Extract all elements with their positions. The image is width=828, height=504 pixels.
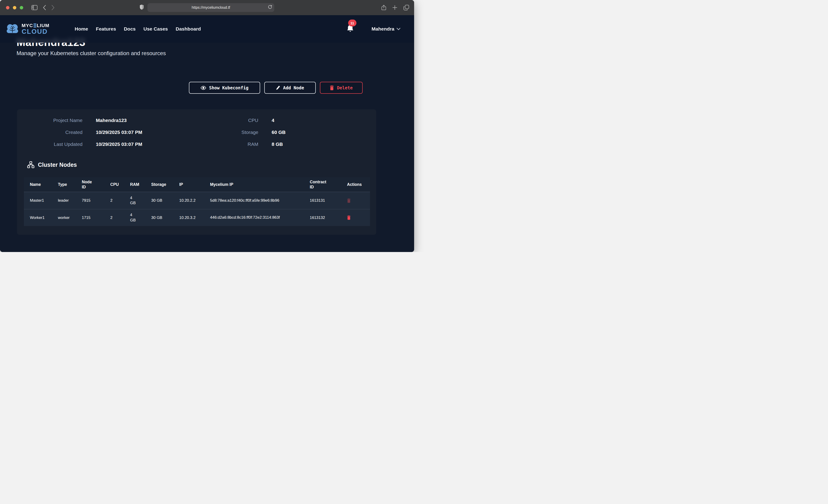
storage-label: Storage [192, 130, 258, 135]
cloud-logo-icon [6, 24, 18, 35]
created-label: Created [17, 130, 83, 135]
cluster-nodes-title: Cluster Nodes [38, 162, 77, 168]
user-name: Mahendra [372, 26, 395, 32]
privacy-shield-icon[interactable] [140, 5, 144, 10]
sidebar-toggle-icon[interactable] [32, 5, 37, 10]
cell-cpu: 2 [110, 215, 130, 220]
trash-icon [330, 85, 334, 90]
cluster-nodes-heading: Cluster Nodes [27, 161, 77, 168]
col-ram: RAM [130, 182, 151, 187]
show-kubeconfig-label: Show Kubeconfig [209, 85, 249, 90]
col-contract-id: Contract ID [310, 180, 328, 190]
storage-row: Storage 60 GB [192, 130, 357, 138]
new-tab-icon[interactable] [392, 5, 397, 10]
nav-item-use-cases[interactable]: Use Cases [143, 26, 168, 32]
project-name-label: Project Name [17, 118, 83, 123]
tab-overview-icon[interactable] [404, 5, 409, 10]
share-icon[interactable] [381, 5, 386, 10]
cell-type: worker [58, 215, 82, 220]
nav-item-home[interactable]: Home [75, 26, 88, 32]
table-row-master1: Master1 leader 7915 2 4 GB 30 GB 10.20.2… [24, 192, 370, 209]
brand-wordmark: MYC LIUM CLOUD [22, 23, 49, 35]
cell-storage: 30 GB [151, 215, 179, 220]
cell-ip: 10.20.3.2 [179, 215, 210, 220]
cell-mycelium-ip: 446:d2a6:8bcd:8c16:ff0f:72e2:3114:863f [210, 215, 306, 220]
add-node-button[interactable]: Add Node [264, 82, 316, 94]
col-node-id: Node ID [82, 180, 96, 190]
traffic-lights [6, 6, 23, 9]
address-bar[interactable]: https://myceliumcloud.tf [148, 3, 275, 12]
reload-icon[interactable] [268, 5, 272, 10]
brand-myc: MYC [22, 23, 33, 28]
storage-value: 60 GB [272, 130, 286, 135]
forward-button [51, 5, 54, 10]
screenshot-root: https://myceliumcloud.tf [0, 0, 414, 252]
trash-icon [347, 215, 351, 220]
cell-cpu: 2 [110, 198, 130, 203]
brand-lium: LIUM [37, 23, 49, 28]
site-header: MYC LIUM CLOUD Home Features Docs Use Ca… [0, 15, 414, 43]
last-updated-label: Last Updated [17, 141, 83, 147]
delete-cluster-button[interactable]: Delete [320, 82, 363, 94]
created-value: 10/29/2025 03:07 PM [96, 130, 142, 135]
main-nav: Home Features Docs Use Cases Dashboard [75, 26, 201, 32]
close-window-button[interactable] [6, 6, 9, 9]
cpu-row: CPU 4 [192, 118, 357, 126]
last-updated-row: Last Updated 10/29/2025 03:07 PM [17, 141, 192, 150]
col-mycelium-ip: Mycelium IP [210, 182, 310, 187]
project-info-grid: Project Name Mahendra123 Created 10/29/2… [17, 109, 376, 150]
cell-contract-id: 1613132 [310, 215, 347, 220]
back-button[interactable] [43, 5, 46, 10]
cell-node-id: 1715 [82, 215, 110, 220]
col-cpu: CPU [110, 182, 130, 187]
col-name: Name [30, 182, 58, 187]
col-actions: Actions [347, 182, 370, 187]
project-name-row: Project Name Mahendra123 [17, 118, 192, 126]
project-info-card: Project Name Mahendra123 Created 10/29/2… [17, 109, 376, 235]
cell-ram: 4 GB [130, 212, 135, 222]
brand-logo[interactable]: MYC LIUM CLOUD [6, 23, 49, 35]
nav-item-dashboard[interactable]: Dashboard [176, 26, 201, 32]
delete-node-button[interactable] [347, 199, 351, 203]
user-menu[interactable]: Mahendra [372, 26, 400, 32]
ram-row: RAM 8 GB [192, 141, 357, 150]
ram-value: 8 GB [272, 141, 283, 147]
cell-name: Master1 [30, 198, 58, 203]
network-nodes-icon [27, 161, 35, 168]
notifications-button[interactable]: 11 [347, 25, 354, 33]
cell-ip: 10.20.2.2 [179, 198, 210, 203]
cell-node-id: 7915 [82, 198, 110, 203]
delete-label: Delete [337, 85, 353, 90]
table-row-worker1: Worker1 worker 1715 2 4 GB 30 GB 10.20.3… [24, 209, 370, 226]
cell-contract-id: 1613131 [310, 198, 347, 203]
url-text: https://myceliumcloud.tf [192, 5, 230, 10]
trash-icon [347, 199, 351, 203]
cell-mycelium-ip: 5d8:78ea:a120:f40c:ff0f:a5fe:99e6:8b96 [210, 198, 306, 203]
pencil-icon [276, 85, 280, 90]
col-ip: IP [179, 182, 210, 187]
col-storage: Storage [151, 182, 179, 187]
ram-label: RAM [192, 141, 258, 147]
cell-name: Worker1 [30, 215, 58, 220]
zoom-window-button[interactable] [20, 6, 23, 9]
add-node-label: Add Node [283, 85, 304, 90]
eye-icon [201, 86, 206, 90]
delete-node-button[interactable] [347, 215, 351, 220]
minimize-window-button[interactable] [13, 6, 16, 9]
chevron-down-icon [397, 28, 400, 30]
page-content: Mahendra123 Manage your Kubernetes clust… [0, 15, 414, 252]
col-type: Type [58, 182, 82, 187]
brand-e-glyph [34, 24, 36, 28]
show-kubeconfig-button[interactable]: Show Kubeconfig [189, 82, 260, 94]
browser-chrome: https://myceliumcloud.tf [0, 0, 414, 15]
cpu-value: 4 [272, 118, 275, 123]
browser-window: https://myceliumcloud.tf [0, 0, 414, 252]
page-subtitle: Manage your Kubernetes cluster configura… [16, 50, 166, 56]
nav-item-docs[interactable]: Docs [124, 26, 135, 32]
created-row: Created 10/29/2025 03:07 PM [17, 130, 192, 138]
cluster-nodes-table: Name Type Node ID CPU RAM Storage IP Myc… [24, 177, 370, 226]
table-header-row: Name Type Node ID CPU RAM Storage IP Myc… [24, 177, 370, 192]
nav-item-features[interactable]: Features [96, 26, 116, 32]
project-name-value: Mahendra123 [96, 118, 127, 123]
cluster-actions-toolbar: Show Kubeconfig Add Node Delete [189, 82, 363, 94]
